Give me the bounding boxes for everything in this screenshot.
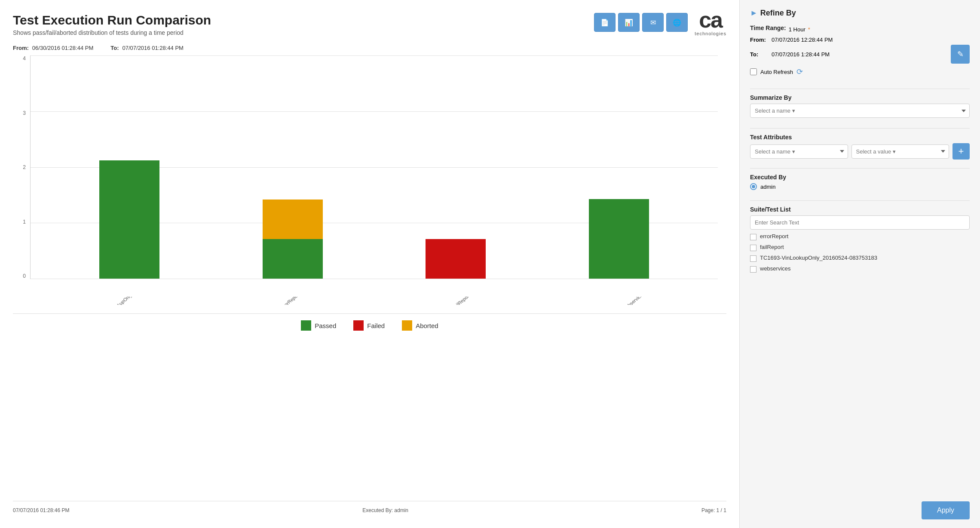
legend-failed-color bbox=[353, 320, 364, 331]
to-label: To: bbox=[110, 45, 119, 51]
time-range-star: * bbox=[808, 26, 810, 33]
chart-inner bbox=[30, 55, 718, 279]
csv-button[interactable]: 📊 bbox=[618, 13, 640, 32]
list-item-webservices: webservices bbox=[750, 265, 970, 273]
y-axis: 0 1 2 3 4 bbox=[13, 55, 26, 279]
checkbox-webservices-label: webservices bbox=[760, 265, 791, 272]
divider-3 bbox=[750, 168, 970, 169]
executed-by-section-label: Executed By bbox=[750, 174, 970, 181]
radio-admin-circle bbox=[750, 183, 757, 190]
toolbar: 📄 📊 ✉ 🌐 ca technologies bbox=[594, 9, 726, 36]
grid-line-0 bbox=[31, 279, 718, 279]
add-attribute-button[interactable]: + bbox=[952, 143, 970, 160]
bar-stack-2 bbox=[426, 120, 486, 279]
refine-to-value: 07/07/2016 1:28:44 PM bbox=[772, 51, 951, 58]
from-value: 06/30/2016 01:28:44 PM bbox=[32, 45, 93, 51]
bar-group-2 bbox=[421, 120, 490, 279]
divider-2 bbox=[750, 128, 970, 129]
ca-logo: ca technologies bbox=[695, 9, 726, 36]
edit-date-button[interactable]: ✎ bbox=[951, 45, 970, 64]
to-value: 07/07/2016 01:28:44 PM bbox=[122, 45, 183, 51]
checkbox-tc1693[interactable] bbox=[750, 255, 756, 262]
legend-aborted-label: Aborted bbox=[416, 322, 438, 329]
pdf-icon: 📄 bbox=[600, 18, 609, 27]
refine-from-label: From: bbox=[750, 37, 772, 43]
x-label-text-1: errorReport bbox=[279, 297, 300, 305]
bar-passed-1 bbox=[263, 239, 323, 279]
checkbox-tc1693-label: TC1693-VinLookupOnly_20160524-083753183 bbox=[760, 255, 877, 261]
checkbox-webservices[interactable] bbox=[750, 266, 756, 273]
auto-refresh-checkbox[interactable] bbox=[750, 68, 757, 75]
date-to: To: 07/07/2016 01:28:44 PM bbox=[110, 45, 184, 51]
attr-value-select[interactable]: Select a value ▾ bbox=[851, 144, 949, 159]
checkbox-list: errorReport failReport TC1693-VinLookupO… bbox=[750, 233, 970, 276]
legend: Passed Failed Aborted bbox=[13, 313, 726, 337]
legend-passed: Passed bbox=[301, 320, 336, 331]
y-label-2: 2 bbox=[13, 164, 26, 170]
x-label-text-0: TC1693-VinLookupOnly_20160524-... bbox=[91, 297, 150, 305]
time-range-label: Time Range: bbox=[750, 25, 786, 31]
x-label-text-3: webservices bbox=[622, 297, 645, 305]
list-item-tc1693: TC1693-VinLookupOnly_20160524-083753183 bbox=[750, 255, 970, 262]
bar-passed-3 bbox=[589, 199, 649, 279]
from-row: From: 07/07/2016 12:28:44 PM bbox=[750, 37, 970, 43]
test-attributes-label: Test Attributes bbox=[750, 134, 970, 141]
legend-passed-color bbox=[301, 320, 311, 331]
x-label-text-2: failReport bbox=[452, 297, 471, 305]
apply-button[interactable]: Apply bbox=[922, 501, 970, 519]
page-total: 1 bbox=[723, 507, 726, 513]
bar-stack-1 bbox=[263, 120, 323, 279]
bar-group-1 bbox=[258, 120, 327, 279]
attr-name-select[interactable]: Select a name ▾ bbox=[750, 144, 848, 159]
checkbox-failreport[interactable] bbox=[750, 245, 756, 251]
checkbox-failreport-label: failReport bbox=[760, 244, 784, 250]
footer-bar: 07/07/2016 01:28:46 PM Executed By: admi… bbox=[13, 501, 726, 519]
bar-aborted-1 bbox=[263, 200, 323, 239]
time-range-value: 1 Hour bbox=[789, 26, 805, 33]
executed-by-value: admin bbox=[394, 507, 408, 513]
legend-failed: Failed bbox=[353, 320, 385, 331]
refine-from-value: 07/07/2016 12:28:44 PM bbox=[772, 37, 833, 43]
suite-search-input[interactable] bbox=[750, 215, 970, 230]
refine-header: ► Refine By bbox=[750, 9, 970, 18]
bar-stack-3 bbox=[589, 120, 649, 279]
chart-area: 0 1 2 3 4 bbox=[13, 55, 726, 501]
summarize-by-row: Select a name ▾ bbox=[750, 104, 970, 118]
bar-stack-0 bbox=[99, 120, 159, 279]
apply-section: Apply bbox=[750, 493, 970, 519]
suite-test-label: Suite/Test List bbox=[750, 206, 970, 213]
x-label-3: webservices bbox=[597, 297, 666, 305]
bar-group-0 bbox=[95, 120, 164, 279]
checkbox-errorreport[interactable] bbox=[750, 234, 756, 240]
legend-failed-label: Failed bbox=[367, 322, 385, 329]
radio-admin[interactable]: admin bbox=[750, 183, 970, 190]
page-label: Page: 1 / bbox=[701, 507, 722, 513]
legend-passed-label: Passed bbox=[315, 322, 336, 329]
x-label-0: TC1693-VinLookupOnly_20160524-... bbox=[82, 297, 150, 305]
checkbox-errorreport-label: errorReport bbox=[760, 233, 788, 239]
from-label: From: bbox=[13, 45, 29, 51]
refresh-icon[interactable]: ⟳ bbox=[796, 67, 803, 77]
pdf-button[interactable]: 📄 bbox=[594, 13, 616, 32]
footer-page: Page: 1 / 1 bbox=[701, 507, 726, 513]
refine-title: Refine By bbox=[760, 9, 796, 18]
y-label-3: 3 bbox=[13, 110, 26, 116]
bar-passed-0 bbox=[99, 160, 159, 279]
x-labels: TC1693-VinLookupOnly_20160524-... errorR… bbox=[30, 297, 718, 305]
email-button[interactable]: ✉ bbox=[642, 13, 664, 32]
bar-failed-2 bbox=[426, 239, 486, 279]
email-icon: ✉ bbox=[650, 18, 656, 27]
csv-icon: 📊 bbox=[625, 18, 633, 27]
list-item-errorreport: errorReport bbox=[750, 233, 970, 240]
date-range: From: 06/30/2016 01:28:44 PM To: 07/07/2… bbox=[13, 45, 726, 51]
x-label-1: errorReport bbox=[254, 297, 322, 305]
globe-button[interactable]: 🌐 bbox=[666, 13, 688, 32]
time-range-row: Time Range: 1 Hour * bbox=[750, 25, 970, 34]
test-attributes-row: Select a name ▾ Select a value ▾ + bbox=[750, 143, 970, 160]
summarize-by-label: Summarize By bbox=[750, 94, 970, 101]
summarize-by-select[interactable]: Select a name ▾ bbox=[750, 104, 970, 118]
right-panel: ► Refine By Time Range: 1 Hour * From: 0… bbox=[739, 0, 980, 528]
bar-group-3 bbox=[585, 120, 653, 279]
bars-area bbox=[31, 55, 718, 279]
x-label-2: failReport bbox=[426, 297, 494, 305]
